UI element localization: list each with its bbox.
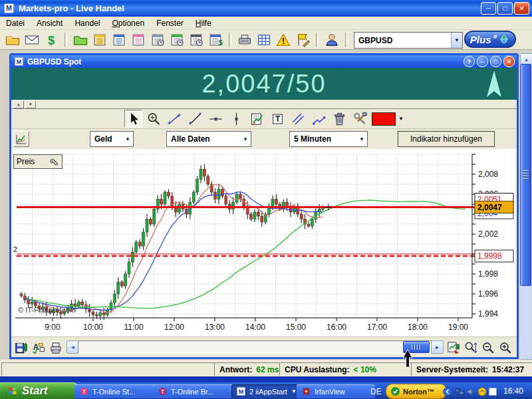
splitter-up-icon[interactable]: ▲ bbox=[13, 100, 24, 108]
price-type-value: Geld bbox=[94, 134, 112, 144]
chart-hscrollbar-track[interactable] bbox=[78, 340, 432, 354]
dollar-icon[interactable]: $ bbox=[43, 31, 60, 49]
svg-text:11:00: 11:00 bbox=[124, 323, 143, 332]
rates-grid-icon[interactable] bbox=[255, 31, 273, 49]
main-vscrollbar-thumb[interactable] bbox=[520, 64, 531, 286]
parallel-lines-tool-button[interactable] bbox=[289, 110, 307, 128]
chart-canvas[interactable]: 2,0082,0062,0042,0021,9981,9961,9949:001… bbox=[11, 149, 517, 336]
spot-close-button[interactable]: ✕ bbox=[503, 56, 515, 67]
menu-fenster[interactable]: Fenster bbox=[150, 17, 190, 29]
svg-text:1,996: 1,996 bbox=[478, 289, 498, 299]
expired-orders-icon[interactable] bbox=[188, 31, 205, 49]
chevron-down-icon[interactable]: ▼ bbox=[240, 132, 251, 146]
interval-select[interactable]: 5 Minuten ▼ bbox=[289, 131, 368, 147]
symbol-select[interactable]: GBPUSD ▼ bbox=[354, 32, 463, 49]
irfanview-icon bbox=[301, 386, 312, 397]
spot-window-titlebar[interactable]: M GBPUSD Spot ? ─ □ ✕ bbox=[11, 55, 517, 68]
news-icon[interactable] bbox=[236, 31, 253, 49]
minimize-button[interactable]: ─ bbox=[481, 2, 496, 15]
trendline-tool-button[interactable] bbox=[186, 110, 204, 128]
hline-tool-button[interactable] bbox=[207, 110, 225, 128]
mail-icon[interactable] bbox=[23, 31, 41, 49]
server-time-value: 15:42:37 bbox=[492, 365, 524, 374]
plus-brand-logo: Plus✻ bbox=[464, 31, 516, 48]
color-swatch[interactable] bbox=[372, 112, 396, 126]
add-indicator-button[interactable]: Indikator hinzufügen bbox=[398, 131, 495, 147]
tray-collapse-icon[interactable] bbox=[442, 386, 454, 398]
price-type-select[interactable]: Geld ▼ bbox=[90, 131, 134, 147]
open-folder-icon[interactable] bbox=[4, 31, 21, 49]
taskbar-item-irfanview[interactable]: IrfanView bbox=[297, 384, 375, 398]
text-label-icon: T bbox=[269, 110, 286, 128]
order-list-icon[interactable] bbox=[91, 31, 108, 49]
chart-export-icon[interactable] bbox=[446, 340, 462, 356]
indicator-tool-button[interactable] bbox=[248, 110, 266, 128]
tray-network-icon[interactable] bbox=[454, 386, 466, 398]
norton-badge[interactable]: Norton™ bbox=[386, 384, 447, 399]
svg-text:1,9998: 1,9998 bbox=[477, 251, 502, 261]
svg-text:15:00: 15:00 bbox=[286, 323, 306, 332]
app-logo-icon: M bbox=[3, 2, 15, 15]
svg-text:M: M bbox=[6, 5, 11, 12]
taskbar-item-iiappstart[interactable]: M 2 iiAppStart ▼ bbox=[231, 384, 301, 398]
chevron-down-icon[interactable]: ▼ bbox=[451, 33, 462, 48]
vline-tool-button[interactable] bbox=[227, 110, 245, 128]
delete-drawing-button[interactable] bbox=[331, 110, 348, 128]
data-range-select[interactable]: Alle Daten ▼ bbox=[166, 131, 251, 147]
pane-label-box[interactable]: Preis bbox=[13, 154, 63, 169]
svg-text:2,002: 2,002 bbox=[478, 229, 498, 239]
close-button[interactable]: ✕ bbox=[514, 2, 529, 15]
segment-tool-button[interactable] bbox=[166, 110, 184, 128]
chart-settings-button[interactable] bbox=[351, 110, 369, 128]
account-statement-icon[interactable]: $ bbox=[207, 31, 224, 49]
splitter-down-icon[interactable]: ▼ bbox=[25, 100, 36, 108]
pending-orders-icon[interactable] bbox=[168, 31, 186, 49]
zoom-tool-button[interactable] bbox=[145, 110, 163, 128]
pointer-tool-button[interactable] bbox=[124, 110, 142, 128]
taskbar-item-tonline-2[interactable]: T T-Online Br... bbox=[153, 384, 235, 398]
chevron-down-icon[interactable]: ▼ bbox=[356, 132, 367, 146]
taskbar-item-tonline-1[interactable]: T T-Online St... bbox=[74, 384, 157, 398]
svg-text:!: ! bbox=[282, 37, 285, 46]
save-chart-icon[interactable] bbox=[13, 340, 29, 356]
wrench-icon bbox=[50, 157, 59, 166]
chevron-down-icon[interactable]: ▼ bbox=[291, 388, 297, 394]
start-button[interactable]: Start bbox=[0, 382, 80, 399]
account-icon[interactable] bbox=[323, 31, 340, 49]
zigzag-tool-button[interactable] bbox=[310, 110, 328, 128]
menu-ansicht[interactable]: Ansicht bbox=[31, 17, 68, 29]
menu-optionen[interactable]: Optionen bbox=[106, 17, 150, 29]
print-chart-icon[interactable] bbox=[48, 340, 64, 356]
spot-maximize-button[interactable]: □ bbox=[490, 56, 501, 67]
history-list-icon[interactable] bbox=[149, 31, 166, 49]
windows-flag-icon bbox=[7, 385, 19, 397]
edit-flag-icon[interactable] bbox=[294, 31, 311, 49]
menu-hilfe[interactable]: Hilfe bbox=[190, 17, 217, 29]
zoom-out-icon[interactable] bbox=[480, 340, 496, 356]
maximize-button[interactable]: □ bbox=[497, 2, 513, 15]
text-tool-button[interactable]: T bbox=[269, 110, 287, 128]
zoom-in-icon[interactable] bbox=[497, 340, 513, 356]
positions-list-icon[interactable] bbox=[110, 31, 128, 49]
watchlist-icon[interactable] bbox=[130, 31, 147, 49]
alerts-icon[interactable]: ! bbox=[275, 31, 292, 49]
price-up-arrow-icon bbox=[485, 69, 503, 100]
chevron-down-icon[interactable]: ▼ bbox=[122, 132, 133, 146]
svg-text:10:00: 10:00 bbox=[83, 323, 103, 332]
language-indicator[interactable]: DE bbox=[370, 384, 382, 398]
formula-icon[interactable]: A bbox=[31, 340, 47, 356]
scroll-right-button[interactable]: ► bbox=[431, 340, 444, 354]
pane-splitter[interactable]: ▲ ▼ bbox=[11, 100, 517, 109]
menu-handel[interactable]: Handel bbox=[68, 17, 106, 29]
menu-datei[interactable]: Datei bbox=[0, 17, 31, 29]
new-folder-icon[interactable] bbox=[72, 31, 89, 49]
zoom-vertical-icon[interactable] bbox=[463, 340, 479, 356]
indicator-chart-icon bbox=[249, 110, 265, 128]
spot-help-button[interactable]: ? bbox=[464, 56, 475, 67]
color-chevron-down-icon[interactable]: ▼ bbox=[398, 116, 404, 122]
spot-minimize-button[interactable]: ─ bbox=[477, 56, 488, 67]
toolbar-separator bbox=[229, 33, 231, 47]
chart-type-button[interactable] bbox=[13, 131, 29, 147]
toolbar-separator bbox=[345, 33, 348, 47]
tray-clock: 16:40 bbox=[497, 382, 529, 399]
